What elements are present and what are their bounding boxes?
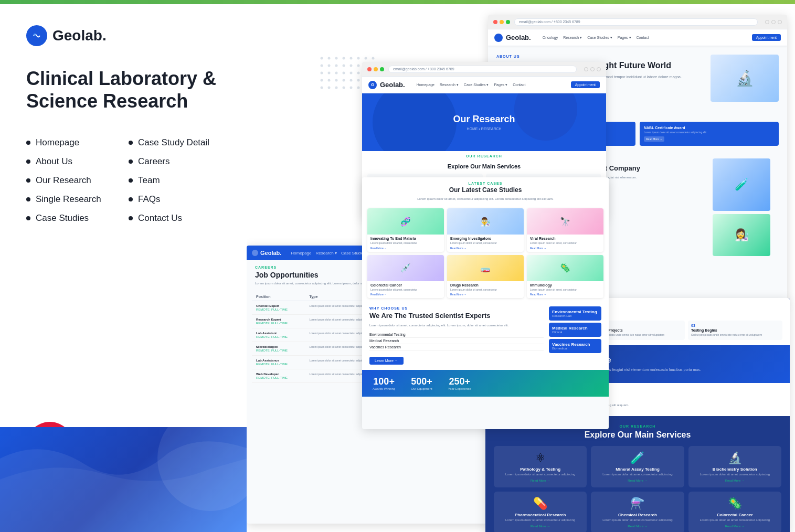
card2-text: Lorem ipsum dolor sit amet, consectetur xyxy=(450,241,521,245)
browser-bar: email@geolab.com / +800 2345 6789 xyxy=(362,62,606,77)
nav-bullet xyxy=(129,197,133,201)
nav-item-faqs[interactable]: FAQs xyxy=(129,190,220,209)
svg-point-5 xyxy=(343,57,345,60)
nav-item-research[interactable]: Our Research xyxy=(26,171,118,190)
stat-exp-num: 250+ xyxy=(448,376,471,387)
svg-point-28 xyxy=(335,79,338,82)
nav-cases: Case Studies ▾ xyxy=(464,83,489,87)
dark-svc1-link[interactable]: Read More → xyxy=(499,479,581,482)
cert2-link[interactable]: Read More → xyxy=(644,136,664,142)
card2-title: Emerging Investigators xyxy=(450,237,521,240)
dot-yellow xyxy=(374,67,378,71)
svg-point-30 xyxy=(350,79,353,82)
top-bar xyxy=(0,0,795,4)
nav-bullet xyxy=(26,141,30,145)
about-img-2: 👩‍🔬 xyxy=(713,214,770,256)
svg-point-11 xyxy=(328,65,331,67)
nav-item-contact[interactable]: Contact Us xyxy=(129,209,220,228)
nav-item-case-detail[interactable]: Case Study Detail xyxy=(129,133,220,152)
nav-bullet xyxy=(26,216,30,220)
dark-svc2-link[interactable]: Read More → xyxy=(596,479,679,482)
svg-point-18 xyxy=(321,72,323,75)
card3-link[interactable]: Read More → xyxy=(530,247,600,250)
nav-homepage: Homepage xyxy=(417,83,434,87)
dark-svc5-desc: Lorem ipsum dolor sit amet consectetur a… xyxy=(596,518,679,523)
cnav-homepage: Homepage xyxy=(291,251,311,256)
svg-point-26 xyxy=(321,79,323,82)
appointment-btn[interactable]: Appointment xyxy=(571,81,600,88)
card6-link[interactable]: Read More → xyxy=(530,293,600,296)
explore-services-title: Explore Our Main Services xyxy=(362,159,606,172)
card5-title: Drugs Research xyxy=(450,283,521,287)
card2-body: Emerging Investigators Lorem ipsum dolor… xyxy=(447,235,524,252)
dark-svc3-link[interactable]: Read More → xyxy=(694,479,776,482)
svg-point-8 xyxy=(365,57,367,60)
nav-item-about[interactable]: About Us xyxy=(26,152,118,171)
right-mini-logo: Geolab. xyxy=(506,34,531,41)
trusted-desc: Lorem ipsum dolor sit amet, consectetur … xyxy=(369,323,544,327)
trusted-btn[interactable]: Learn More → xyxy=(369,357,404,365)
dark-svc4-link[interactable]: Read More → xyxy=(499,525,581,528)
dark-svc5-link[interactable]: Read More → xyxy=(596,525,679,528)
job-title-2: Research Expert REMOTE: FULL-TIME xyxy=(252,315,305,328)
card4-body: Colorectal Cancer Lorem ipsum dolor sit … xyxy=(367,281,444,299)
nav-item-team[interactable]: Team xyxy=(129,171,220,190)
dark-svc6-desc: Lorem ipsum dolor sit amet consectetur a… xyxy=(694,518,776,523)
nav-col2: Case Study Detail Careers Team FAQs Cont… xyxy=(129,133,220,228)
svg-point-23 xyxy=(357,72,360,75)
card2-link[interactable]: Read More → xyxy=(450,247,521,250)
card6-body: Immunology Lorem ipsum dolor sit amet, c… xyxy=(527,281,603,299)
card1-link[interactable]: Read More → xyxy=(370,247,441,250)
card5-link[interactable]: Read More → xyxy=(450,293,521,296)
logo-area: Geolab. xyxy=(26,25,220,46)
trusted-layout: WHY CHOOSE US We Are The Trusted Scienti… xyxy=(369,306,601,365)
card1-title: Innovating To End Malaria xyxy=(370,237,441,240)
nav-item-homepage[interactable]: Homepage xyxy=(26,133,118,152)
rdot-green xyxy=(506,20,510,24)
stat-exp-label: Year Experience xyxy=(448,387,471,390)
dark-services-section: OUR RESEARCH Explore Our Main Services ⚛… xyxy=(485,416,790,532)
nav-pages: Pages ▾ xyxy=(494,83,507,87)
card1-text: Lorem ipsum dolor sit amet, consectetur xyxy=(370,241,441,245)
card5-img: 🧫 xyxy=(447,255,524,281)
svg-point-3 xyxy=(328,57,331,60)
dark-title: Explore Our Main Services xyxy=(494,430,781,440)
dark-svc-4: 💊 Pharmaceutical Research Lorem ipsum do… xyxy=(494,492,587,532)
stat-equip-label: Our Equipment xyxy=(411,387,432,390)
job-title-6: Web Developer REMOTE: FULL-TIME xyxy=(252,369,305,383)
svg-point-31 xyxy=(357,79,360,82)
env-title-3: Vaccines Research xyxy=(552,342,598,347)
nav-item-single-research[interactable]: Single Research xyxy=(26,190,118,209)
rnav-contact: Contact xyxy=(637,36,649,40)
env-title-1: Environmental Testing xyxy=(552,310,598,314)
right-appt-btn[interactable]: Appointment xyxy=(752,34,781,41)
right-hero-img: 🔬 xyxy=(711,55,779,102)
card4-link[interactable]: Read More → xyxy=(370,293,441,296)
careers-logo-icon xyxy=(252,250,258,256)
logo-text: Geolab. xyxy=(52,27,107,44)
svg-point-19 xyxy=(328,72,331,75)
right-bicon2 xyxy=(771,20,776,24)
browser-icon3 xyxy=(597,67,601,71)
stats-bar: 100+ Awards Winning 500+ Our Equipment 2… xyxy=(362,370,609,397)
nav-item-careers[interactable]: Careers xyxy=(129,152,220,171)
svg-point-9 xyxy=(372,57,375,60)
env-card-2: Medical Research Clinical xyxy=(549,323,601,337)
card6-img: 🦠 xyxy=(527,255,603,281)
dark-svc6-title: Colorectal Cancer xyxy=(694,513,776,517)
nav-bullet xyxy=(26,197,30,201)
dark-services-grid: ⚛ Pathology & Testing Lorem ipsum dolor … xyxy=(494,446,781,532)
dark-svc4-title: Pharmaceutical Research xyxy=(499,513,581,517)
nav-item-case-studies[interactable]: Case Studies xyxy=(26,209,118,228)
nav-bullet xyxy=(129,216,133,220)
dark-svc-5: ⚗️ Chemical Research Lorem ipsum dolor s… xyxy=(591,492,684,532)
dark-svc6-link[interactable]: Read More → xyxy=(694,525,776,528)
th-position: Position xyxy=(252,293,305,301)
card3-title: Viral Research xyxy=(530,237,600,240)
dark-svc2-desc: Lorem ipsum dolor sit amet consectetur a… xyxy=(596,473,679,477)
browser-icon2 xyxy=(590,67,595,71)
rnav-cases: Case Studies ▾ xyxy=(587,36,612,40)
case-card-3: 🔭 Viral Research Lorem ipsum dolor sit a… xyxy=(527,208,603,252)
nav-bullet xyxy=(129,141,133,145)
card4-img: 💉 xyxy=(367,255,444,281)
